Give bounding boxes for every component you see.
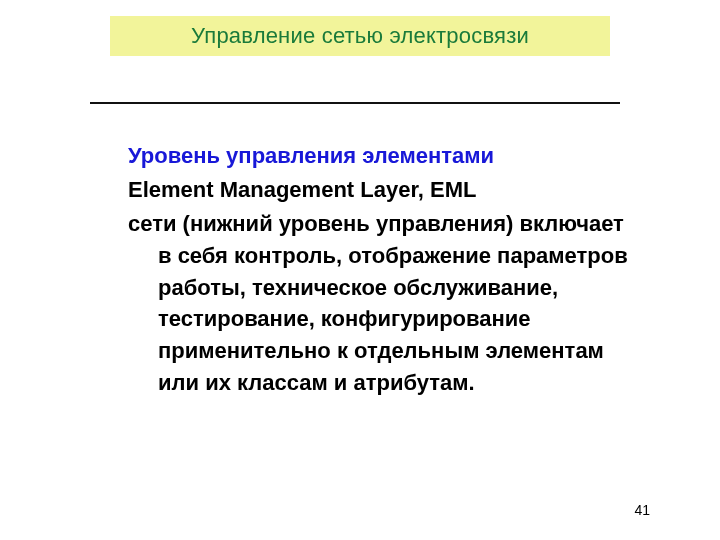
heading-english: Element Management Layer, EML (128, 174, 638, 206)
title-banner: Управление сетью электросвязи (110, 16, 610, 56)
slide-title: Управление сетью электросвязи (191, 23, 529, 49)
divider-line (90, 102, 620, 104)
heading-blue: Уровень управления элементами (128, 140, 638, 172)
content-block: Уровень управления элементами Element Ma… (128, 140, 638, 399)
body-paragraph: сети (нижний уровень управления) включае… (128, 208, 638, 399)
page-number: 41 (634, 502, 650, 518)
